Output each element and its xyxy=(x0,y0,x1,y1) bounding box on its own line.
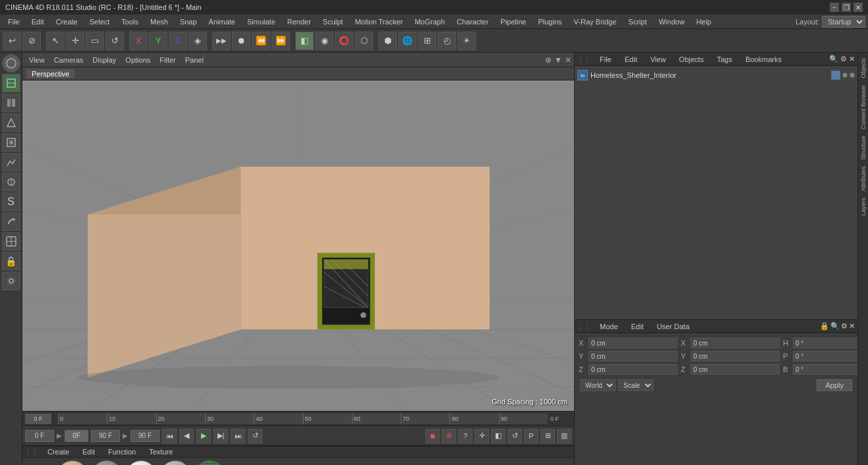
tab-layers[interactable]: Layers xyxy=(859,195,867,218)
loop-button[interactable]: ↺ xyxy=(248,429,262,443)
mat-menu-edit[interactable]: Edit xyxy=(78,447,99,457)
menu-render[interactable]: Render xyxy=(282,16,316,27)
menu-motion-tracker[interactable]: Motion Tracker xyxy=(349,16,408,27)
edge-mode-button[interactable]: ⭕ xyxy=(335,32,353,50)
vp-menu-panel[interactable]: Panel xyxy=(181,55,208,65)
material-pillow[interactable]: Pillow_N... xyxy=(125,460,157,465)
material-mattress[interactable]: Mattress... xyxy=(159,460,191,465)
snap-button[interactable]: ⊞ xyxy=(418,32,436,50)
stop-record-button[interactable]: ⊗ xyxy=(442,429,456,443)
frame-end-input[interactable] xyxy=(91,430,120,442)
select-tool-button[interactable]: ↖ xyxy=(46,32,65,50)
render-region-button[interactable]: ▶▶ xyxy=(212,32,231,50)
vp-menu-view[interactable]: View xyxy=(25,55,49,65)
point-mode-button[interactable]: ◉ xyxy=(315,32,333,50)
coord-b-input[interactable] xyxy=(793,364,868,375)
menu-mesh[interactable]: Mesh xyxy=(145,16,173,27)
obj-close-icon[interactable]: ✕ xyxy=(849,55,855,63)
tab-attributes[interactable]: Attributes xyxy=(859,164,867,194)
fps-input[interactable] xyxy=(130,430,159,442)
attr-settings-icon[interactable]: ⚙ xyxy=(841,322,848,330)
axis-center-button[interactable]: ◴ xyxy=(438,32,456,50)
coord-p-input[interactable] xyxy=(793,351,868,361)
obj-settings-icon[interactable]: ⚙ xyxy=(840,55,847,63)
attr-menu-mode[interactable]: Mode xyxy=(596,321,622,332)
minimize-button[interactable]: − xyxy=(830,3,839,12)
tool-settings[interactable] xyxy=(2,272,20,290)
frame-input-left[interactable]: 0 F xyxy=(25,414,51,424)
tool-6[interactable] xyxy=(2,153,20,171)
timeline-icon5[interactable]: ⊞ xyxy=(540,429,555,443)
layout-dropdown[interactable]: Startup xyxy=(822,16,865,28)
render-to-picture-button[interactable]: ⏪ xyxy=(252,32,270,50)
coord-z2-input[interactable] xyxy=(691,364,780,375)
timeline-icon2[interactable]: ◧ xyxy=(491,429,506,443)
mat-menu-function[interactable]: Function xyxy=(104,447,140,457)
menu-select[interactable]: Select xyxy=(84,16,115,27)
obj-vis-dot[interactable] xyxy=(842,73,848,78)
maximize-button[interactable]: ❐ xyxy=(842,3,851,12)
menu-mograph[interactable]: MoGraph xyxy=(409,16,450,27)
auto-key-button[interactable]: ? xyxy=(458,429,473,443)
material-homeless[interactable]: Homele... xyxy=(57,460,88,465)
object-mode-button[interactable]: ◧ xyxy=(295,32,314,50)
tool-8[interactable]: S xyxy=(2,193,20,211)
obj-menu-view[interactable]: View xyxy=(647,54,670,65)
mat-menu-create[interactable]: Create xyxy=(43,447,73,457)
frame-start-input[interactable] xyxy=(25,430,54,442)
menu-script[interactable]: Script xyxy=(623,16,652,27)
vp-menu-options[interactable]: Options xyxy=(121,55,154,65)
search-icon[interactable]: 🔍 xyxy=(829,55,838,63)
render-view-button[interactable]: ⏺ xyxy=(232,32,250,50)
coord-y2-input[interactable] xyxy=(691,351,780,361)
obj-menu-bookmarks[interactable]: Bookmarks xyxy=(741,54,786,65)
z-axis-button[interactable]: Z xyxy=(169,32,187,50)
object-row-shelter[interactable]: lo Homeless_Shelter_Interior xyxy=(577,69,855,82)
redo-button[interactable]: ⊘ xyxy=(22,32,41,50)
tab-content-browser[interactable]: Content Browser xyxy=(859,82,867,132)
vp-menu-filter[interactable]: Filter xyxy=(156,55,179,65)
obj-menu-tags[interactable]: Tags xyxy=(713,54,736,65)
vp-icon-2[interactable]: ▼ xyxy=(554,55,562,65)
attr-menu-userdata[interactable]: User Data xyxy=(653,321,694,332)
coord-y1-input[interactable] xyxy=(589,351,678,361)
tool-5[interactable] xyxy=(2,133,20,152)
coord-x1-input[interactable] xyxy=(589,338,678,348)
tool-4[interactable] xyxy=(2,113,20,132)
tool-lock[interactable]: 🔒 xyxy=(2,252,20,270)
timeline-icon4[interactable]: P xyxy=(524,429,538,443)
timeline-icon3[interactable]: ↺ xyxy=(507,429,522,443)
menu-file[interactable]: File xyxy=(3,16,25,27)
material-plaid[interactable]: Plaid xyxy=(194,460,225,465)
vp-menu-cameras[interactable]: Cameras xyxy=(50,55,88,65)
x-axis-button[interactable]: X xyxy=(129,32,148,50)
menu-character[interactable]: Character xyxy=(451,16,494,27)
timeline-icon6[interactable]: ▥ xyxy=(557,429,571,443)
tool-1[interactable] xyxy=(2,54,20,73)
step-forward-button[interactable]: ▶| xyxy=(214,429,228,443)
mat-menu-texture[interactable]: Texture xyxy=(145,447,177,457)
obj-menu-file[interactable]: File xyxy=(596,54,616,65)
obj-menu-edit[interactable]: Edit xyxy=(621,54,641,65)
vp-icon-1[interactable]: ⊕ xyxy=(545,55,552,65)
object-button[interactable]: ◈ xyxy=(188,32,207,50)
attr-search-icon[interactable]: 🔍 xyxy=(830,322,840,330)
menu-animate[interactable]: Animate xyxy=(204,16,241,27)
menu-plugins[interactable]: Plugins xyxy=(533,16,567,27)
attr-close-icon[interactable]: ✕ xyxy=(849,322,855,330)
apply-button[interactable]: Apply xyxy=(817,379,852,391)
menu-simulate[interactable]: Simulate xyxy=(242,16,281,27)
tool-2[interactable] xyxy=(2,74,20,92)
scale-select[interactable]: Scale xyxy=(618,379,654,391)
scale-tool-button[interactable]: ▭ xyxy=(86,32,104,50)
obj-menu-objects[interactable]: Objects xyxy=(675,54,707,65)
polygon-mode-button[interactable]: ⬡ xyxy=(355,32,373,50)
record-button[interactable]: ⏺ xyxy=(425,429,440,443)
coord-x2-input[interactable] xyxy=(691,338,780,348)
menu-create[interactable]: Create xyxy=(51,16,83,27)
material-galma[interactable]: Gal_MA... xyxy=(91,460,123,465)
tool-9[interactable] xyxy=(2,212,20,231)
solo-button[interactable]: ☀ xyxy=(457,32,476,50)
menu-tools[interactable]: Tools xyxy=(116,16,144,27)
undo-button[interactable]: ↩ xyxy=(3,32,21,50)
